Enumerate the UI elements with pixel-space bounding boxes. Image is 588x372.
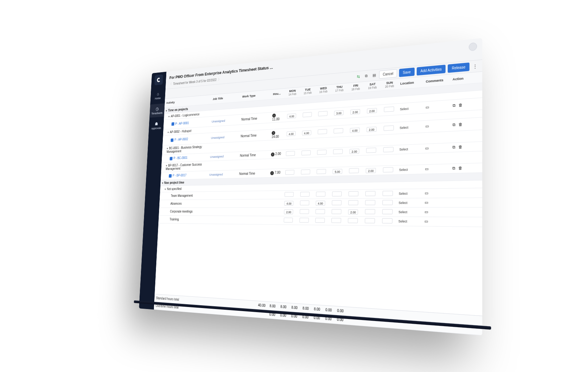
hours-input[interactable] (315, 209, 325, 214)
task-link[interactable]: P - AP-0001 (175, 121, 189, 125)
hours-input[interactable] (383, 167, 393, 172)
calendar-icon[interactable]: ▤ (371, 72, 377, 78)
hours-input[interactable] (334, 128, 343, 133)
hours-input[interactable] (348, 218, 358, 223)
add-activities-button[interactable]: Add Activities (416, 64, 445, 75)
nav-timesheets[interactable]: ◷ Timesheets (149, 103, 165, 118)
hours-input[interactable]: 3.00 (334, 110, 343, 116)
hours-input[interactable]: 2.00 (348, 209, 358, 214)
hours-input[interactable] (318, 111, 327, 116)
hours-input[interactable]: 4.00 (350, 127, 360, 133)
hours-input[interactable] (382, 200, 393, 205)
hours-input[interactable] (317, 129, 327, 134)
col-comments[interactable]: Comments (423, 74, 450, 87)
hours-input[interactable] (316, 169, 326, 174)
location-select[interactable]: Select (399, 168, 408, 171)
save-button[interactable]: Save (399, 67, 414, 77)
hours-input[interactable]: 4.00 (302, 130, 311, 135)
hours-input[interactable] (333, 149, 342, 154)
hours-input[interactable] (285, 192, 294, 196)
col-wed[interactable]: WED16 Feb (315, 85, 331, 96)
user-avatar[interactable] (469, 42, 477, 51)
hours-input[interactable]: 4.00 (286, 131, 296, 136)
comment-icon[interactable]: ▭ (424, 209, 428, 214)
prev-week[interactable]: 〈 (169, 82, 172, 86)
col-sat[interactable]: SAT19 Feb (364, 80, 381, 92)
expand-icon[interactable] (167, 130, 170, 134)
duplicate-icon[interactable]: ⧉ (452, 122, 455, 127)
comment-icon[interactable]: ▭ (425, 124, 429, 128)
hours-input[interactable] (316, 191, 325, 196)
hours-input[interactable] (382, 191, 393, 196)
hours-input[interactable] (300, 200, 309, 205)
duplicate-icon[interactable]: ⧉ (452, 145, 455, 149)
job-title[interactable]: Unassigned (210, 154, 224, 158)
comment-icon[interactable]: ▭ (425, 105, 429, 109)
hours-input[interactable] (331, 209, 341, 214)
hours-input[interactable] (315, 218, 325, 223)
expand-icon[interactable] (162, 181, 164, 184)
hours-input[interactable]: 4.00 (287, 113, 296, 118)
location-select[interactable]: Select (398, 192, 407, 195)
duplicate-icon[interactable]: ⧉ (452, 103, 455, 107)
expand-icon[interactable] (166, 164, 168, 167)
copy-icon[interactable]: ⧉ (363, 73, 369, 79)
release-button[interactable]: Release (448, 62, 469, 73)
hours-input[interactable] (332, 191, 341, 196)
hours-input[interactable]: 2.00 (367, 108, 377, 113)
hours-input[interactable] (300, 192, 309, 196)
hours-input[interactable] (349, 168, 359, 173)
cancel-button[interactable]: Cancel (379, 69, 397, 79)
hours-input[interactable] (365, 209, 375, 214)
hours-input[interactable] (299, 209, 309, 214)
hours-input[interactable]: 2.00 (366, 168, 376, 173)
delete-icon[interactable]: 🗑 (458, 102, 462, 107)
hours-input[interactable] (383, 125, 394, 131)
col-mon[interactable]: MON14 Feb (285, 87, 300, 98)
hours-input[interactable] (366, 147, 376, 153)
hours-input[interactable] (302, 112, 312, 117)
col-action[interactable]: Action (450, 72, 482, 85)
hours-input[interactable] (382, 209, 392, 214)
hours-input[interactable]: 2.00 (366, 127, 376, 132)
link-icon[interactable]: ⇆ (355, 73, 361, 80)
delete-icon[interactable]: 🗑 (458, 144, 462, 149)
info-icon[interactable]: i (272, 131, 275, 135)
col-sun[interactable]: SUN20 Feb (381, 79, 398, 90)
comment-icon[interactable]: ▭ (425, 146, 429, 150)
hours-input[interactable] (286, 151, 295, 156)
delete-icon[interactable]: 🗑 (458, 166, 462, 170)
col-fri[interactable]: FRI18 Feb (347, 82, 364, 93)
job-title[interactable]: Unassigned (211, 135, 224, 139)
location-select[interactable]: Select (400, 107, 408, 111)
location-select[interactable]: Select (399, 147, 408, 151)
duplicate-icon[interactable]: ⧉ (452, 166, 455, 170)
next-week[interactable]: 〉 (218, 77, 221, 81)
nav-home[interactable]: ⌂ Home (150, 88, 165, 103)
hours-input[interactable]: 5.00 (332, 169, 342, 174)
comment-icon[interactable]: ▭ (424, 219, 428, 223)
hours-input[interactable]: 2.00 (349, 148, 359, 153)
task-link[interactable]: P - AP-0002 (174, 137, 188, 141)
comment-icon[interactable]: ▭ (424, 200, 428, 204)
hours-input[interactable] (384, 106, 394, 112)
col-location[interactable]: Location (398, 77, 423, 89)
app-logo[interactable] (154, 74, 163, 85)
location-select[interactable]: Select (398, 201, 407, 205)
hours-input[interactable] (348, 200, 358, 205)
delete-icon[interactable]: 🗑 (458, 122, 462, 127)
hours-input[interactable]: 2.00 (284, 209, 293, 214)
expand-icon[interactable] (165, 187, 167, 191)
hours-input[interactable] (285, 170, 295, 175)
hours-input[interactable] (382, 218, 393, 223)
task-link[interactable]: P - BC-0001 (173, 156, 187, 160)
hours-input[interactable] (317, 149, 326, 154)
hours-input[interactable] (301, 150, 310, 155)
hours-input[interactable] (365, 191, 376, 196)
hours-input[interactable] (299, 217, 309, 222)
hours-input[interactable] (331, 200, 341, 205)
expand-icon[interactable] (166, 108, 168, 112)
more-menu[interactable]: ⋮ (471, 63, 478, 69)
hours-input[interactable] (383, 146, 393, 152)
hours-input[interactable]: 4.00 (284, 201, 293, 205)
